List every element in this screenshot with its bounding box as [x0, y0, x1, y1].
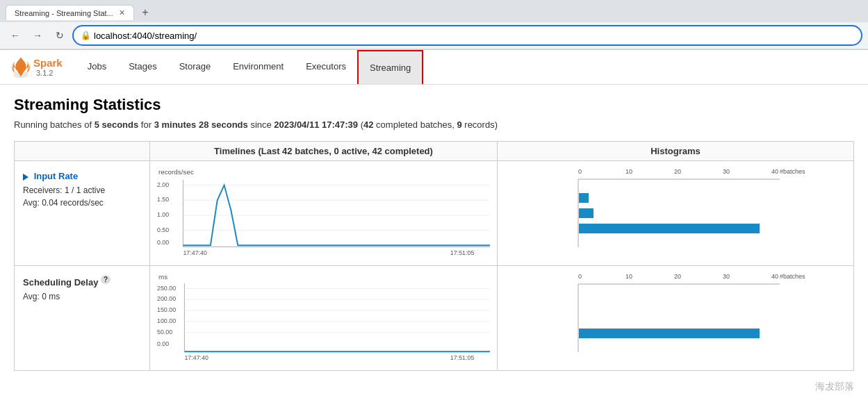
input-rate-row: Input Rate Receivers: 1 / 1 active Avg: … — [15, 161, 854, 266]
svg-text:50.00: 50.00 — [157, 329, 172, 335]
svg-text:40: 40 — [771, 168, 778, 175]
spark-logo: Spark 3.1.2 — [8, 55, 63, 80]
empty-header — [15, 142, 150, 161]
scheduling-delay-row: Scheduling Delay ? Avg: 0 ms ms 250.00 2… — [15, 266, 854, 371]
svg-text:ms: ms — [158, 273, 167, 281]
tab-title: Streaming - Streaming Stat... — [15, 9, 113, 17]
histograms-header: Histograms — [498, 142, 854, 161]
input-rate-title[interactable]: Input Rate — [23, 171, 141, 181]
svg-text:0: 0 — [578, 273, 582, 280]
svg-rect-24 — [579, 208, 593, 218]
tab-close-button[interactable]: ✕ — [119, 8, 125, 17]
svg-text:30: 30 — [723, 273, 730, 280]
address-bar-wrapper[interactable]: 🔒 — [72, 25, 862, 46]
spark-label: Spark — [33, 57, 63, 69]
input-rate-timeline-cell: records/sec 2.00 1.50 1.00 0.50 0.00 — [150, 161, 498, 266]
scheduling-delay-histogram-chart: 0 10 20 30 40 #batches — [503, 270, 848, 364]
toggle-arrow-icon — [23, 174, 28, 181]
input-rate-label: Input Rate Receivers: 1 / 1 active Avg: … — [20, 165, 144, 215]
batch-interval: 5 seconds — [95, 119, 139, 130]
nav-executors[interactable]: Executors — [295, 50, 357, 84]
input-rate-histogram-chart: 0 10 20 30 40 #batches — [503, 165, 848, 259]
input-rate-avg: Avg: 0.04 records/sec — [23, 197, 141, 209]
stats-since: since — [248, 119, 275, 130]
svg-text:17:51:05: 17:51:05 — [450, 249, 475, 256]
tab-bar: Streaming - Streaming Stat... ✕ + — [0, 0, 868, 22]
svg-text:30: 30 — [723, 168, 730, 175]
forward-button[interactable]: → — [28, 26, 47, 45]
svg-text:40: 40 — [771, 273, 778, 280]
stats-prefix: Running batches of — [14, 119, 95, 130]
svg-text:17:51:05: 17:51:05 — [450, 354, 475, 361]
scheduling-delay-label-cell: Scheduling Delay ? Avg: 0 ms — [15, 266, 150, 371]
page-title: Streaming Statistics — [14, 96, 854, 114]
input-rate-label-cell: Input Rate Receivers: 1 / 1 active Avg: … — [15, 161, 150, 266]
nav-stages[interactable]: Stages — [117, 50, 167, 84]
nav-storage[interactable]: Storage — [168, 50, 222, 84]
svg-text:17:47:40: 17:47:40 — [183, 249, 207, 256]
stats-middle: for — [138, 119, 154, 130]
nav-bar: ← → ↻ 🔒 — [0, 22, 868, 49]
scheduling-delay-timeline-chart: ms 250.00 200.00 150.00 100.00 50.00 0.0… — [156, 270, 491, 364]
scheduling-delay-avg: Avg: 0 ms — [23, 290, 141, 303]
timelines-header: Timelines (Last 42 batches, 0 active, 42… — [150, 142, 498, 161]
svg-text:2.00: 2.00 — [157, 181, 169, 188]
spark-flame-icon — [8, 55, 33, 80]
nav-links: Jobs Stages Storage Environment Executor… — [76, 50, 424, 84]
new-tab-button[interactable]: + — [137, 4, 154, 21]
browser-chrome: Streaming - Streaming Stat... ✕ + ← → ↻ … — [0, 0, 868, 50]
svg-text:0.00: 0.00 — [157, 340, 169, 347]
duration: 3 minutes 28 seconds — [154, 119, 248, 130]
svg-text:#batches: #batches — [780, 168, 805, 175]
scheduling-delay-tooltip[interactable]: ? — [101, 275, 110, 284]
svg-text:150.00: 150.00 — [157, 306, 176, 313]
back-button[interactable]: ← — [6, 26, 25, 45]
svg-rect-25 — [579, 224, 760, 233]
svg-rect-23 — [579, 193, 589, 203]
streaming-stats-table: Timelines (Last 42 batches, 0 active, 42… — [14, 141, 854, 371]
svg-text:100.00: 100.00 — [157, 317, 176, 324]
svg-text:#batches: #batches — [780, 273, 805, 280]
spark-nav: Spark 3.1.2 Jobs Stages Storage Environm… — [0, 50, 868, 85]
scheduling-delay-histogram-cell: 0 10 20 30 40 #batches — [498, 266, 854, 371]
svg-text:0: 0 — [578, 168, 582, 175]
svg-text:200.00: 200.00 — [157, 295, 176, 302]
input-rate-histogram-cell: 0 10 20 30 40 #batches — [498, 161, 854, 266]
records-count: 9 — [457, 119, 461, 130]
svg-text:20: 20 — [674, 168, 681, 175]
stats-line: Running batches of 5 seconds for 3 minut… — [14, 119, 854, 130]
svg-text:250.00: 250.00 — [157, 285, 176, 292]
address-bar[interactable] — [94, 31, 854, 41]
svg-text:records/sec: records/sec — [158, 168, 194, 176]
svg-text:20: 20 — [674, 273, 681, 280]
svg-text:10: 10 — [625, 168, 632, 175]
spark-version: 3.1.2 — [36, 69, 63, 77]
svg-text:17:47:40: 17:47:40 — [184, 354, 208, 361]
scheduling-delay-label: Scheduling Delay ? Avg: 0 ms — [20, 270, 144, 308]
svg-rect-50 — [579, 329, 760, 338]
svg-text:0.50: 0.50 — [157, 226, 169, 233]
svg-text:10: 10 — [625, 273, 632, 280]
browser-tab[interactable]: Streaming - Streaming Stat... ✕ — [6, 5, 134, 20]
svg-text:0.00: 0.00 — [157, 239, 169, 246]
input-rate-timeline-chart: records/sec 2.00 1.50 1.00 0.50 0.00 — [156, 165, 491, 259]
main-content: Streaming Statistics Running batches of … — [0, 85, 868, 382]
completed-batches: 42 — [363, 119, 373, 130]
nav-streaming[interactable]: Streaming — [357, 50, 423, 84]
scheduling-delay-timeline-cell: ms 250.00 200.00 150.00 100.00 50.00 0.0… — [150, 266, 498, 371]
since-time: 2023/04/11 17:47:39 — [274, 119, 358, 130]
scheduling-delay-title: Scheduling Delay ? — [23, 276, 141, 288]
nav-environment[interactable]: Environment — [222, 50, 295, 84]
svg-text:1.00: 1.00 — [157, 211, 169, 218]
shield-icon: 🔒 — [81, 31, 91, 40]
reload-button[interactable]: ↻ — [50, 26, 69, 45]
input-rate-receivers: Receivers: 1 / 1 active — [23, 184, 141, 197]
svg-text:1.50: 1.50 — [157, 196, 169, 203]
nav-jobs[interactable]: Jobs — [76, 50, 117, 84]
